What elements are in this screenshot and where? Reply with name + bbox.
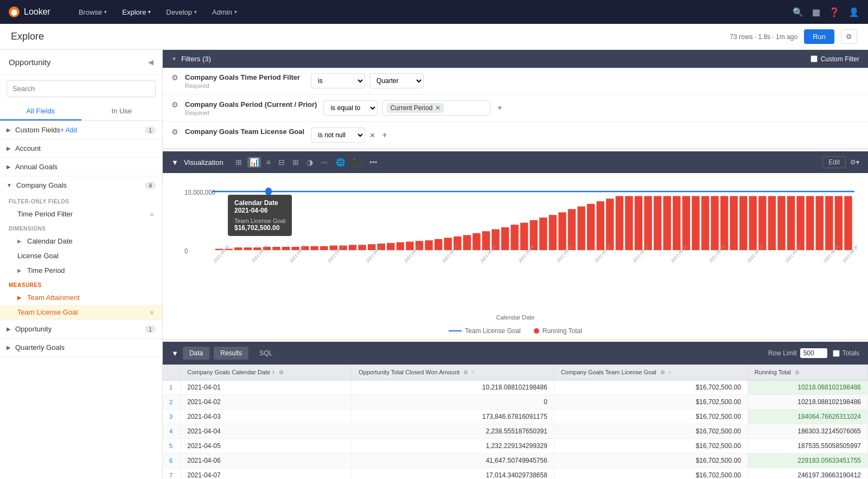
col-closed-amount[interactable]: Opportunity Total Closed Won Amount ⚙ ≡ [352, 365, 554, 380]
col-calendar-date[interactable]: Company Goals Calendar Date ↑ ⚙ [181, 365, 352, 380]
data-tab-data[interactable]: Data [183, 347, 209, 360]
filter-remove-button-3[interactable]: ✕ [369, 131, 375, 139]
filter-label-3: Company Goals Team License Goal [185, 127, 304, 136]
totals-checkbox[interactable]: Totals [833, 349, 859, 357]
filter-gear-icon-3[interactable]: ⚙ [171, 127, 178, 136]
data-collapse-icon[interactable]: ▼ [171, 349, 178, 357]
settings-button[interactable]: ⚙ [841, 29, 857, 44]
viz-more-icon[interactable]: ••• [367, 157, 380, 168]
col-team-license-more-icon[interactable]: ≡ [668, 369, 672, 375]
tab-in-use[interactable]: In Use [81, 103, 163, 120]
col-team-license-settings-icon[interactable]: ⚙ [660, 369, 665, 375]
sidebar-section-header-company-goals[interactable]: ▼ Company Goals 4 [0, 176, 162, 194]
col-running-total-settings-icon[interactable]: ⚙ [795, 369, 800, 375]
measures-label: MEASURES [0, 278, 162, 290]
svg-rect-38 [520, 223, 528, 250]
filters-collapse-icon[interactable]: ▼ [171, 56, 177, 62]
sidebar-item-license-goal[interactable]: License Goal [0, 248, 162, 263]
chart-svg: 10,000,000 0 [184, 182, 857, 305]
viz-scatter-icon[interactable]: ⊞ [290, 157, 301, 168]
svg-rect-49 [625, 196, 633, 250]
viz-line-chart-icon[interactable]: ≡ [264, 157, 273, 168]
svg-rect-67 [796, 196, 804, 250]
data-tab-sql[interactable]: SQL [253, 347, 279, 360]
sidebar-item-team-attainment[interactable]: ▶ Team Attainment [0, 290, 162, 305]
filter-operator-select-3[interactable]: is not null [311, 127, 365, 143]
custom-filter-input[interactable] [810, 55, 818, 62]
data-tab-results[interactable]: Results [214, 347, 248, 360]
help-icon[interactable]: ❓ [829, 7, 840, 17]
svg-rect-40 [539, 218, 547, 250]
legend-line-icon [449, 330, 462, 331]
add-custom-field-button[interactable]: + Add [60, 126, 77, 134]
search-icon[interactable]: 🔍 [793, 7, 803, 17]
svg-rect-44 [577, 207, 585, 250]
viz-header-right: Edit ⚙▾ [822, 156, 859, 168]
filter-add-button-2[interactable]: + [497, 103, 502, 113]
logo[interactable]: ⬤ Looker [9, 7, 50, 17]
viz-collapse-icon[interactable]: ▼ [171, 158, 178, 167]
run-button[interactable]: Run [804, 29, 834, 44]
viz-pie-icon[interactable]: ◑ [304, 157, 315, 168]
sidebar-title: Opportunity [9, 58, 51, 67]
svg-rect-9 [244, 247, 252, 250]
filter-gear-icon-2[interactable]: ⚙ [171, 100, 178, 109]
filter-only-fields-label: FILTER-ONLY FIELDS [0, 194, 162, 207]
svg-rect-66 [787, 196, 795, 250]
filter-label-2: Company Goals Period (Current / Prior) R… [185, 100, 317, 116]
sidebar-section-header-annual-goals[interactable]: ▶ Annual Goals [0, 158, 162, 176]
sidebar-item-team-license-goal[interactable]: Team License Goal ≡ [0, 305, 162, 320]
svg-rect-63 [758, 196, 766, 250]
search-input[interactable] [7, 80, 156, 97]
svg-rect-25 [397, 242, 404, 250]
viz-area-chart-icon[interactable]: ⊟ [276, 157, 287, 168]
viz-custom-icon[interactable]: ⬛ [350, 157, 364, 168]
viz-bar-chart-icon[interactable]: 📊 [247, 157, 261, 168]
custom-filter-checkbox[interactable]: Custom Filter [810, 55, 859, 63]
nav-browse[interactable]: Browse ▾ [72, 5, 113, 20]
totals-input[interactable] [833, 350, 840, 357]
svg-rect-41 [549, 215, 557, 250]
sidebar-item-time-period[interactable]: ▶ Time Period [0, 263, 162, 278]
filter-operator-select-2[interactable]: is equal to [323, 100, 378, 116]
sidebar-section-header-custom-fields[interactable]: ▶ Custom Fields + Add 1 [0, 121, 162, 139]
col-closed-amount-settings-icon[interactable]: ⚙ [463, 369, 468, 375]
sidebar-section-opportunity: ▶ Opportunity 1 [0, 320, 162, 339]
filter-tag-remove-icon[interactable]: ✕ [435, 104, 441, 112]
svg-rect-69 [816, 196, 824, 250]
col-closed-amount-more-icon[interactable]: ≡ [471, 369, 475, 375]
nav-admin[interactable]: Admin ▾ [206, 5, 244, 20]
filter-value-select-1[interactable]: Quarter [369, 73, 424, 88]
viz-edit-button[interactable]: Edit [822, 156, 846, 168]
tab-all-fields[interactable]: All Fields [0, 103, 81, 120]
viz-table-icon[interactable]: ⊞ [233, 157, 244, 168]
viz-funnel-icon[interactable]: ⏖ [318, 157, 330, 168]
data-panel-header: ▼ Data Results SQL Row Limit Totals [163, 342, 868, 365]
col-running-total[interactable]: Running Total ⚙ [748, 365, 867, 380]
filter-operator-select-1[interactable]: is [311, 73, 365, 88]
filters-panel-header: ▼ Filters (3) Custom Filter [163, 50, 868, 68]
viz-title: Visualization [184, 158, 224, 167]
col-calendar-date-settings-icon[interactable]: ⚙ [279, 369, 284, 375]
row-limit-input[interactable] [800, 348, 827, 358]
viz-map-icon[interactable]: 🌐 [334, 157, 347, 168]
viz-settings-icon[interactable]: ⚙▾ [850, 158, 859, 166]
sidebar-item-time-period-filter[interactable]: Time Period Filter ≡ [0, 207, 162, 221]
svg-rect-33 [473, 233, 480, 250]
col-team-license-goal[interactable]: Company Goals Team License Goal ⚙ ≡ [554, 365, 748, 380]
sidebar-section-header-quarterly-goals[interactable]: ▶ Quarterly Goals [0, 339, 162, 356]
chart-area: Calendar Date 2021-04-06 Team License Go… [163, 173, 868, 314]
filter-add-button-3[interactable]: + [382, 130, 387, 140]
legend-running-total: Running Total [534, 327, 582, 335]
svg-text:2021-04-05: 2021-04-05 [251, 244, 269, 264]
sidebar-section-header-account[interactable]: ▶ Account [0, 139, 162, 157]
sidebar-item-calendar-date[interactable]: ▶ Calendar Date [0, 234, 162, 248]
sidebar-collapse-icon[interactable]: ◀ [148, 58, 154, 66]
user-icon[interactable]: 👤 [848, 7, 859, 17]
grid-icon[interactable]: ▦ [812, 7, 820, 17]
filter-gear-icon-1[interactable]: ⚙ [171, 73, 178, 82]
nav-explore[interactable]: Explore ▾ [116, 5, 157, 20]
nav-develop[interactable]: Develop ▾ [159, 5, 203, 20]
svg-rect-71 [835, 196, 843, 250]
sidebar-section-header-opportunity[interactable]: ▶ Opportunity 1 [0, 320, 162, 338]
